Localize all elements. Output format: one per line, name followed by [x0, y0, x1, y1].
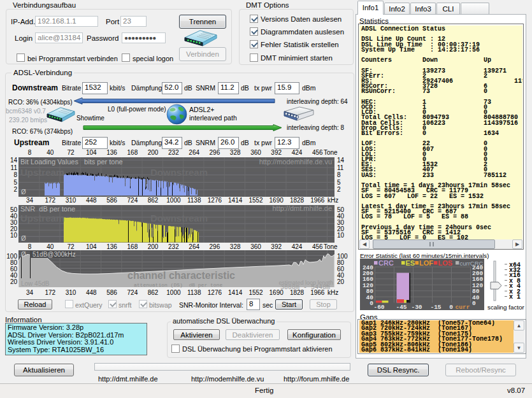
svg-text:Bit Loading Values bits per: Bit Loading Values bits per tone: [20, 158, 123, 166]
svg-text:Downstream: Downstream: [150, 167, 208, 178]
svg-text:172: 172: [45, 197, 55, 204]
svg-text:310: 310: [66, 289, 76, 296]
svg-text:72: 72: [67, 243, 75, 250]
svg-text:448: 448: [86, 197, 97, 204]
svg-text:40: 40: [366, 294, 374, 301]
svg-text:136: 136: [106, 243, 117, 250]
svg-text:-60: -60: [373, 304, 384, 310]
svg-text:5: 5: [337, 179, 341, 186]
svg-text:200: 200: [148, 149, 159, 156]
svg-text:264: 264: [189, 243, 199, 250]
svg-text:724: 724: [127, 197, 138, 204]
svg-text:1276: 1276: [208, 289, 222, 296]
svg-text:72: 72: [67, 149, 75, 156]
svg-text:328: 328: [230, 243, 241, 250]
svg-text:Ø: Ø: [21, 235, 26, 242]
svg-text:34: 34: [26, 289, 34, 296]
svg-text:Ø: Ø: [21, 251, 26, 258]
svg-text:1552: 1552: [248, 289, 263, 296]
svg-text:channel characteristic: channel characteristic: [127, 270, 235, 281]
svg-text:120: 120: [363, 282, 373, 289]
svg-text:1828: 1828: [290, 289, 305, 296]
svg-text:-30: -30: [411, 304, 422, 310]
svg-text:8: 8: [337, 171, 341, 178]
svg-text:1138: 1138: [187, 289, 201, 296]
svg-text:264: 264: [189, 149, 199, 156]
svg-text:attenuation (DS) dB per tone: attenuation (DS) dB per tone: [134, 282, 222, 288]
svg-text:1000: 1000: [166, 197, 181, 204]
svg-text:20: 20: [10, 278, 18, 285]
svg-text:0: 0: [449, 304, 453, 310]
svg-text:8: 8: [13, 171, 17, 178]
svg-text:862: 862: [148, 197, 159, 204]
svg-text:Tone: Tone: [324, 243, 338, 250]
svg-text:240: 240: [363, 264, 373, 271]
svg-text:0: 0: [370, 300, 373, 307]
svg-text:40: 40: [47, 243, 54, 250]
svg-text:http://modemhilfe.de.vu: http://modemhilfe.de.vu: [259, 158, 332, 166]
svg-text:11: 11: [337, 164, 344, 171]
svg-text:168: 168: [127, 243, 138, 250]
svg-text:1276: 1276: [208, 197, 222, 204]
svg-text:448: 448: [86, 289, 97, 296]
svg-text:0: 0: [472, 300, 476, 307]
svg-text:curr: curr: [456, 304, 470, 310]
svg-text:200: 200: [363, 270, 373, 277]
svg-text:360: 360: [250, 149, 261, 156]
svg-text:200: 200: [472, 270, 483, 277]
svg-text:34: 34: [26, 197, 34, 204]
svg-text:51dB@300kHz: 51dB@300kHz: [32, 251, 75, 258]
svg-text:10: 10: [10, 232, 18, 239]
svg-text:1414: 1414: [228, 289, 243, 296]
svg-text:14: 14: [10, 157, 18, 164]
svg-text:1966: 1966: [310, 197, 325, 204]
svg-text:2: 2: [337, 186, 341, 193]
svg-text:456: 456: [312, 243, 323, 250]
svg-text:CRC: CRC: [378, 259, 394, 267]
svg-text:LOS: LOS: [438, 259, 453, 267]
svg-text:ES: ES: [406, 259, 415, 267]
svg-text:1000: 1000: [166, 289, 181, 296]
svg-text:586: 586: [106, 197, 117, 204]
svg-text:Low 45dB: Low 45dB: [21, 280, 50, 287]
svg-text:20: 20: [337, 278, 345, 285]
svg-text:x 1: x 1: [509, 294, 521, 301]
svg-text:424: 424: [292, 243, 303, 250]
svg-text:104: 104: [86, 243, 97, 250]
svg-text:392: 392: [271, 149, 282, 156]
svg-text:168: 168: [127, 149, 138, 156]
svg-text:80: 80: [366, 288, 374, 295]
svg-text:136: 136: [106, 149, 117, 156]
svg-text:160: 160: [363, 276, 373, 283]
svg-text:80: 80: [472, 288, 480, 295]
svg-text:586: 586: [106, 289, 117, 296]
svg-text:http://dmt.mhilfe.de: http://dmt.mhilfe.de: [272, 204, 332, 212]
svg-text:11: 11: [11, 164, 18, 171]
svg-text:328: 328: [230, 149, 241, 156]
svg-text:360: 360: [250, 243, 261, 250]
svg-text:172: 172: [45, 289, 55, 296]
svg-text:1690: 1690: [270, 289, 284, 296]
svg-text:Upstream: Upstream: [20, 213, 64, 224]
svg-text:160: 160: [472, 276, 483, 283]
svg-text:1414: 1414: [228, 197, 243, 204]
svg-text:456: 456: [312, 149, 323, 156]
svg-text:Tone: Tone: [324, 149, 338, 156]
svg-text:LOF: LOF: [419, 259, 433, 267]
svg-text:5: 5: [13, 179, 17, 186]
svg-text:kHz: kHz: [327, 289, 338, 296]
svg-text:392: 392: [271, 243, 282, 250]
svg-text:2: 2: [13, 186, 17, 193]
svg-text:1552: 1552: [248, 197, 263, 204]
svg-text:240: 240: [472, 264, 483, 271]
svg-text:424: 424: [292, 149, 303, 156]
svg-text:-45: -45: [396, 304, 406, 310]
svg-text:724: 724: [127, 289, 138, 296]
svg-text:862: 862: [148, 289, 159, 296]
svg-text:10: 10: [337, 232, 345, 239]
svg-text:Upstream: Upstream: [20, 167, 64, 178]
svg-text:120: 120: [472, 282, 483, 289]
svg-text:1138: 1138: [187, 197, 201, 204]
svg-text:1828: 1828: [290, 197, 305, 204]
svg-text:296: 296: [210, 243, 220, 250]
